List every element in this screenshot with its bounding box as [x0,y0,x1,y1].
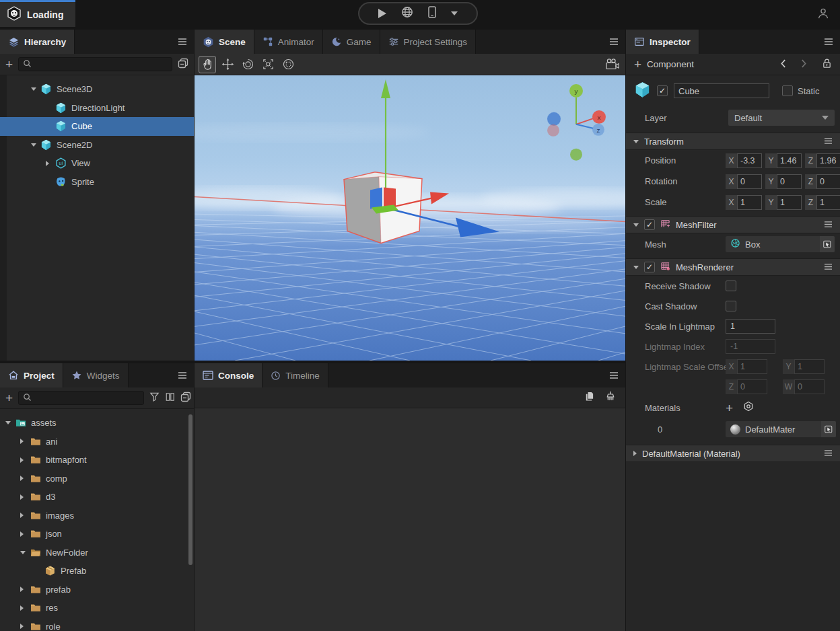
cast-shadow-checkbox[interactable] [726,301,736,311]
section-caret-icon[interactable] [633,140,639,143]
tree-item-images[interactable]: images [0,507,194,525]
section-menu-icon[interactable] [824,261,833,273]
panel-menu-icon[interactable] [817,30,840,54]
tree-item-prefab[interactable]: prefab [0,581,194,599]
tab-project-settings[interactable]: Project Settings [380,30,477,54]
meshrenderer-header[interactable]: ✓ MeshRenderer [626,258,840,276]
tab-game[interactable]: Game [323,30,380,54]
expand-caret-icon[interactable] [20,494,30,500]
rotation-x-field[interactable] [737,174,762,189]
move-tool[interactable] [219,56,236,73]
section-menu-icon[interactable] [824,219,833,231]
material-section-header[interactable]: DefaultMaterial (Material) [626,445,840,462]
tree-item-role[interactable]: role [0,618,194,631]
tree-item-json[interactable]: json [0,525,194,544]
position-y-field[interactable] [777,153,802,168]
expand-caret-icon[interactable] [5,421,15,424]
material-settings-icon[interactable] [743,401,754,414]
tab-project[interactable]: Project [0,363,63,387]
meshfilter-enabled-checkbox[interactable]: ✓ [644,219,655,230]
meshrenderer-enabled-checkbox[interactable]: ✓ [644,262,655,272]
tab-animator[interactable]: Animator [254,30,323,54]
expand-caret-icon[interactable] [20,531,30,537]
section-menu-icon[interactable] [824,447,833,459]
history-forward-icon[interactable] [801,59,807,71]
history-back-icon[interactable] [780,59,786,71]
search-input[interactable] [35,60,168,69]
rotation-z-field[interactable] [816,174,840,189]
static-checkbox[interactable] [782,85,793,96]
receive-shadow-checkbox[interactable] [726,281,736,291]
lock-icon[interactable] [822,58,832,71]
tree-item-d3[interactable]: d3 [0,488,194,507]
section-caret-icon[interactable] [633,223,639,227]
tab-widgets[interactable]: Widgets [63,363,129,387]
tree-item-directionlight[interactable]: DirectionLight [0,99,194,118]
tree-item-view[interactable]: uiView [0,154,194,173]
tree-item-res[interactable]: res [0,599,194,618]
node-name-field[interactable] [674,83,769,98]
expand-caret-icon[interactable] [20,476,30,481]
section-caret-icon[interactable] [633,266,639,269]
add-component-plus-icon[interactable]: + [634,58,641,71]
panel-menu-icon[interactable] [171,363,194,387]
project-tab[interactable]: Loading [0,0,75,27]
hand-tool[interactable] [199,56,216,73]
expand-caret-icon[interactable] [20,457,30,463]
expand-caret-icon[interactable] [31,87,40,91]
rotation-y-field[interactable] [777,174,802,189]
expand-caret-icon[interactable] [20,551,30,554]
tab-console[interactable]: Console [195,363,262,387]
section-caret-icon[interactable] [633,451,637,456]
tree-item-assets[interactable]: assets [0,414,194,433]
tab-timeline[interactable]: Timeline [262,363,328,387]
tree-item-ani[interactable]: ani [0,433,194,451]
material-object-field[interactable]: DefaultMater [726,421,836,437]
run-options-dropdown-icon[interactable] [451,11,458,15]
tab-inspector[interactable]: Inspector [626,30,699,54]
scale-in-lightmap-field[interactable] [726,319,775,334]
layer-dropdown[interactable]: Default [728,110,835,126]
split-view-icon[interactable] [165,392,175,404]
rotate-tool[interactable] [239,56,256,73]
scene-viewport[interactable]: y x z [195,75,625,361]
tree-item-scene2d[interactable]: Scene2D [0,136,194,155]
copy-log-icon[interactable] [584,391,594,404]
mobile-run-icon[interactable] [428,6,436,21]
tree-item-scene3d[interactable]: Scene3D [0,80,194,99]
tree-item-newfolder[interactable]: NewFolder [0,544,194,562]
web-run-icon[interactable] [401,6,413,21]
play-icon[interactable] [378,9,386,18]
collapse-all-icon[interactable] [180,392,191,405]
panel-menu-icon[interactable] [602,30,625,54]
expand-caret-icon[interactable] [20,439,30,444]
scale-x-field[interactable] [737,195,762,210]
tree-item-prefab[interactable]: Prefab [0,562,194,581]
scale-tool[interactable] [259,56,277,73]
tree-item-cube[interactable]: Cube [0,117,194,136]
expand-caret-icon[interactable] [20,624,30,629]
expand-caret-icon[interactable] [46,161,55,166]
user-account-icon[interactable] [816,6,831,24]
add-asset-button[interactable]: + [5,392,13,404]
tree-item-sprite[interactable]: Sprite [0,173,194,192]
position-z-field[interactable] [816,153,840,168]
rect-tool[interactable] [279,56,297,73]
section-menu-icon[interactable] [824,135,833,147]
expand-caret-icon[interactable] [20,587,30,592]
hierarchy-search[interactable] [18,57,172,71]
mesh-object-field[interactable]: Box [726,236,835,252]
tab-scene[interactable]: Scene [195,30,254,54]
filter-icon[interactable] [149,392,160,404]
scale-z-field[interactable] [816,195,840,210]
add-material-icon[interactable]: + [726,402,733,414]
panel-menu-icon[interactable] [171,30,194,54]
panel-menu-icon[interactable] [602,363,625,387]
meshfilter-header[interactable]: ✓ MeshFilter [626,216,840,233]
tree-item-comp[interactable]: comp [0,470,194,488]
scale-y-field[interactable] [777,195,802,210]
search-input[interactable] [35,394,139,403]
console-output[interactable] [195,408,625,631]
add-node-button[interactable]: + [5,58,13,71]
material-picker-icon[interactable] [821,421,836,437]
